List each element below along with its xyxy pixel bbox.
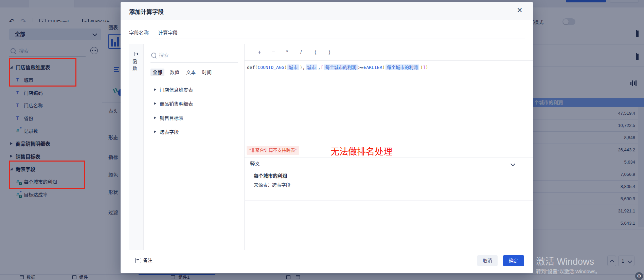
dialog-titlebar	[121, 2, 533, 20]
formula-token: COUNTD_AGG	[257, 65, 284, 70]
operator-button[interactable]: (	[315, 49, 317, 55]
cancel-button[interactable]: 取消	[477, 255, 498, 266]
explain-divider	[244, 157, 533, 157]
formula-token: def	[247, 65, 255, 70]
function-search-input[interactable]: 搜索	[159, 52, 168, 58]
note-icon	[135, 258, 141, 263]
operator-button[interactable]: /	[300, 49, 302, 55]
operator-bar-border	[244, 60, 533, 61]
formula-token: [	[321, 65, 323, 70]
formula-error-message: "非聚合计算不支持跨表"	[247, 146, 299, 155]
operator-button[interactable]: *	[286, 49, 288, 55]
function-tab-2[interactable]: 文本	[184, 69, 197, 76]
ok-button[interactable]: 确定	[503, 255, 524, 266]
function-rail-label[interactable]: 函数	[131, 59, 138, 73]
field-token: 每个城市的利润	[324, 64, 358, 70]
formula-token: )	[426, 65, 428, 70]
formula-token: >=	[358, 65, 364, 70]
function-tree-label: 跨表字段	[160, 128, 179, 135]
footer-border	[129, 250, 533, 250]
function-tab-0[interactable]: 全部	[150, 69, 164, 76]
explain-field-source: 来源表：跨表字段	[254, 182, 290, 188]
windows-activation-watermark-sub: 转到"设置"以激活 Windows。	[536, 267, 600, 275]
field-name-input[interactable]: 计算字段	[158, 30, 178, 36]
caret-collapsed-icon[interactable]	[154, 130, 156, 133]
dialog-title: 添加计算字段	[129, 7, 164, 16]
formula-editor[interactable]: def(COUNTD_AGG(城市),城市,[每个城市的利润>=EARLIER(…	[247, 64, 527, 71]
note-button[interactable]: 备注	[143, 257, 153, 263]
app-root: ↶ ↷ x 导出Excel ~ 性能分析 深色预览模式 全部 搜索 门店信息维度…	[0, 0, 644, 280]
explain-bottom-border	[244, 200, 533, 201]
collapse-explain-icon[interactable]	[511, 162, 515, 166]
windows-activation-watermark: 激活 Windows	[536, 254, 594, 267]
explain-field-title: 每个城市的利润	[254, 173, 287, 179]
expand-panel-icon[interactable]	[133, 51, 139, 57]
formula-token: ,	[318, 65, 321, 70]
function-tree-label: 门店信息维度表	[160, 86, 193, 93]
function-field-tree: 门店信息维度表商品销售明细表销售目标表跨表字段	[153, 82, 242, 139]
function-tree-group[interactable]: 商品销售明细表	[153, 97, 242, 111]
add-calculated-field-dialog: 添加计算字段 × 字段名称 计算字段 函数 搜索 全部数值文本时间 门店信息维度…	[121, 2, 533, 273]
caret-collapsed-icon[interactable]	[154, 116, 156, 119]
function-tab-3[interactable]: 时间	[200, 69, 213, 76]
formula-token: (	[382, 65, 385, 70]
panel-split-border	[244, 44, 245, 250]
function-tab-1[interactable]: 数值	[168, 69, 181, 76]
formula-token: EARLIER	[363, 65, 382, 70]
function-rail	[129, 44, 144, 250]
close-icon[interactable]: ×	[515, 6, 525, 15]
function-tree-group[interactable]: 销售目标表	[153, 111, 242, 125]
formula-token: ]	[423, 65, 426, 70]
function-tree-label: 商品销售明细表	[160, 100, 193, 107]
function-search-underline	[150, 62, 238, 63]
operator-button[interactable]: −	[272, 49, 275, 55]
formula-token: )	[420, 65, 423, 70]
annotation-text: 无法做排名处理	[330, 145, 392, 157]
content-top-border	[129, 44, 533, 44]
formula-token: ,	[302, 65, 305, 70]
function-tree-label: 销售目标表	[160, 114, 183, 121]
field-token: 城市	[306, 64, 317, 70]
explain-section-label: 释义	[250, 161, 260, 167]
operator-button[interactable]: +	[258, 49, 261, 55]
field-name-underline	[155, 38, 525, 38]
field-token: 城市	[287, 64, 299, 70]
field-token: 每个城市的利润	[386, 64, 419, 70]
highlight-box-cross-table-field	[9, 161, 85, 189]
formula-token: (	[284, 65, 287, 70]
caret-collapsed-icon[interactable]	[154, 102, 156, 105]
settings-gear-icon[interactable]: ⚙	[635, 272, 643, 280]
caret-collapsed-icon[interactable]	[154, 88, 156, 91]
function-tree-group[interactable]: 跨表字段	[153, 125, 242, 139]
operator-button[interactable]: )	[328, 49, 330, 55]
function-search-icon	[151, 53, 156, 58]
field-name-label: 字段名称	[129, 30, 149, 36]
highlight-box-dimension-table	[9, 58, 76, 87]
function-tree-group[interactable]: 门店信息维度表	[153, 82, 242, 97]
